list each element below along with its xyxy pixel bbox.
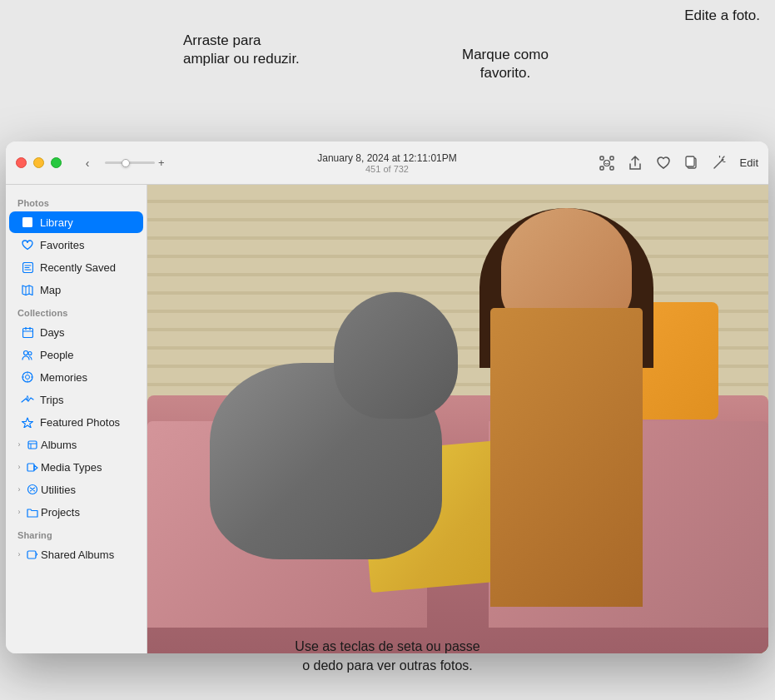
shared-albums-expand-arrow: ›	[14, 549, 24, 559]
sharing-section-label: Sharing	[6, 524, 147, 543]
svg-rect-24	[28, 441, 37, 449]
slider-thumb	[122, 159, 130, 167]
zoom-slider[interactable]	[105, 161, 155, 164]
trips-label: Trips	[40, 394, 63, 406]
photo-dog	[178, 279, 489, 560]
sidebar-item-favorites[interactable]: Favorites	[9, 234, 143, 256]
utilities-expand-arrow: ›	[14, 484, 24, 494]
photo-count: 451 of 732	[317, 164, 456, 174]
projects-expand-arrow: ›	[14, 507, 24, 517]
share-icon[interactable]	[627, 155, 643, 171]
sidebar-item-people[interactable]: People	[9, 344, 143, 365]
sidebar: Photos Library	[6, 185, 147, 653]
svg-point-22	[26, 375, 30, 380]
featured-icon	[21, 415, 34, 429]
face-recognition-icon[interactable]	[599, 155, 615, 171]
people-label: People	[40, 349, 73, 361]
svg-rect-13	[22, 217, 27, 222]
sidebar-item-memories[interactable]: Memories	[9, 366, 143, 388]
map-icon	[21, 283, 34, 296]
callout-zoom: Arraste para ampliar ou reduzir.	[183, 32, 300, 68]
window-body: Photos Library	[6, 185, 768, 653]
svg-rect-14	[28, 217, 33, 222]
favorites-icon	[21, 238, 34, 251]
svg-rect-18	[22, 328, 32, 337]
minimize-button[interactable]	[33, 157, 44, 168]
favorites-label: Favorites	[40, 239, 84, 251]
svg-rect-15	[22, 223, 27, 228]
sidebar-item-utilities[interactable]: › Utilities	[9, 479, 143, 500]
photos-section-label: Photos	[6, 191, 147, 211]
svg-rect-0	[600, 156, 604, 160]
sidebar-item-recently-saved[interactable]: Recently Saved	[9, 256, 143, 278]
svg-rect-27	[27, 551, 36, 559]
days-icon	[21, 325, 34, 339]
sidebar-item-days[interactable]: Days	[9, 321, 143, 343]
media-types-label: Media Types	[41, 461, 102, 474]
svg-line-9	[723, 156, 724, 158]
sidebar-item-projects[interactable]: › Projects	[9, 501, 143, 523]
magic-wand-icon[interactable]	[712, 155, 728, 171]
trips-icon	[21, 393, 34, 406]
nav-buttons: ‹ +	[78, 154, 165, 172]
sidebar-item-library[interactable]: Library	[9, 211, 143, 233]
library-label: Library	[40, 216, 73, 229]
memories-label: Memories	[40, 371, 87, 384]
edit-button[interactable]: Edit	[740, 156, 758, 169]
fullscreen-button[interactable]	[51, 157, 62, 168]
projects-label: Projects	[41, 506, 80, 519]
library-icon	[21, 216, 34, 229]
svg-marker-23	[22, 418, 33, 428]
girl-body	[490, 308, 643, 607]
svg-line-7	[714, 160, 723, 168]
back-button[interactable]: ‹	[78, 154, 97, 172]
days-label: Days	[40, 326, 65, 339]
sidebar-item-featured[interactable]: Featured Photos	[9, 411, 143, 433]
media-types-expand-arrow: ›	[14, 462, 24, 472]
svg-rect-16	[28, 223, 33, 228]
zoom-plus-icon: +	[158, 156, 165, 169]
sidebar-item-albums[interactable]: › Albums	[9, 434, 143, 455]
title-bar: ‹ + January 8, 2024 at 12:11:01PM 451 of…	[6, 141, 768, 185]
title-center: January 8, 2024 at 12:11:01PM 451 of 732	[317, 152, 456, 174]
recently-saved-icon	[21, 261, 34, 274]
photos-app-window: ‹ + January 8, 2024 at 12:11:01PM 451 of…	[6, 141, 768, 653]
main-photo-area	[147, 185, 768, 653]
toolbar-right: Edit	[599, 155, 758, 171]
svg-point-11	[722, 159, 724, 161]
sidebar-item-trips[interactable]: Trips	[9, 389, 143, 410]
duplicate-icon[interactable]	[683, 155, 700, 171]
collections-section-label: Collections	[6, 301, 147, 320]
map-label: Map	[40, 284, 61, 296]
favorite-icon[interactable]	[655, 155, 672, 171]
svg-rect-1	[610, 156, 614, 160]
memories-icon	[21, 370, 34, 384]
utilities-label: Utilities	[41, 484, 76, 496]
albums-icon	[26, 438, 39, 451]
photo-date: January 8, 2024 at 12:11:01PM	[317, 152, 456, 164]
media-types-icon	[26, 460, 39, 474]
traffic-lights	[16, 157, 62, 168]
sidebar-item-media-types[interactable]: › Media Types	[9, 456, 143, 478]
photo-scene	[147, 185, 768, 653]
albums-expand-arrow: ›	[14, 439, 24, 449]
slider-track	[105, 161, 155, 164]
photo-girl	[458, 208, 675, 607]
recently-saved-label: Recently Saved	[40, 261, 116, 274]
sidebar-item-shared-albums[interactable]: › Shared Albums	[9, 544, 143, 565]
utilities-icon	[26, 483, 39, 496]
callout-edit-photo: Edite a foto.	[684, 7, 760, 25]
shared-albums-label: Shared Albums	[41, 549, 114, 561]
svg-point-19	[24, 350, 28, 355]
projects-icon	[26, 505, 39, 519]
svg-rect-25	[27, 464, 34, 471]
featured-label: Featured Photos	[40, 416, 120, 429]
svg-point-20	[28, 351, 32, 355]
people-icon	[21, 348, 34, 361]
sidebar-item-map[interactable]: Map	[9, 279, 143, 300]
albums-label: Albums	[41, 439, 77, 451]
svg-point-4	[604, 160, 609, 166]
dog-head	[334, 292, 458, 419]
svg-rect-6	[686, 156, 694, 166]
close-button[interactable]	[16, 157, 27, 168]
